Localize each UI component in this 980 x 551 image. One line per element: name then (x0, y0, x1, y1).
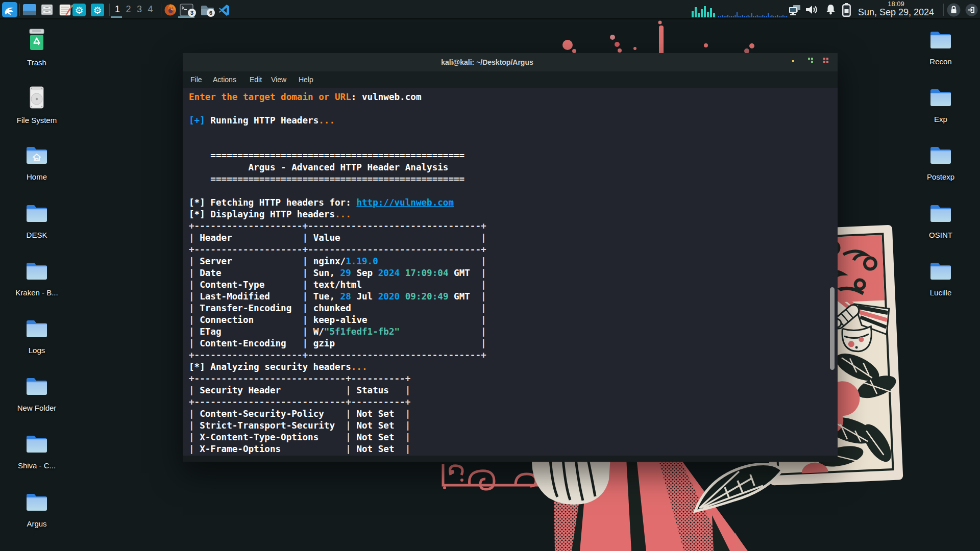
desktop-icon-label: Exp (917, 115, 964, 123)
settings-gear2-icon[interactable]: ⚙ (91, 4, 104, 16)
panel-separator (943, 4, 944, 16)
window-buttons-applet-icon[interactable] (22, 4, 37, 16)
desktop-icon-label: Home (13, 172, 60, 181)
window-bottom-edge (183, 456, 838, 462)
desktop-icon-logs[interactable]: Logs (13, 317, 60, 355)
notes-icon[interactable] (59, 4, 72, 16)
minimize-button[interactable] (788, 53, 799, 71)
desktop-icon-label: OSINT (917, 231, 964, 239)
desktop-icon-argus[interactable]: Argus (13, 491, 60, 528)
desktop-icon-home[interactable]: Home (13, 144, 60, 181)
terminal-window: kali@kali: ~/Desktop/Argus FileActionsEd… (183, 53, 838, 462)
desktop-icon-label: Trash (13, 58, 60, 67)
desktop-icon-lucille[interactable]: Lucille (917, 260, 964, 297)
desktop-icon-file-system[interactable]: File System (13, 86, 60, 124)
maximize-button[interactable] (805, 53, 816, 71)
notifications-bell-icon[interactable] (826, 4, 836, 15)
desktop-icon-label: Shiva - C... (13, 461, 60, 470)
desktop-icon-label: DESK (13, 231, 60, 239)
desktop-icon-osint[interactable]: OSINT (917, 202, 964, 239)
window-titlebar[interactable]: kali@kali: ~/Desktop/Argus (183, 53, 838, 71)
svg-text:⚙: ⚙ (93, 5, 102, 16)
audio-spectrum-widget[interactable] (691, 5, 788, 18)
panel-separator (161, 4, 161, 16)
top-panel: ⚙ ⚙ 1234 3 6 (0, 0, 980, 19)
panel-clock[interactable]: 18:09 Sun, Sep 29, 2024 (851, 1, 941, 17)
vscode-icon[interactable] (218, 4, 230, 16)
svg-text:⚙: ⚙ (75, 5, 83, 16)
desktop-icon-shiva-c-[interactable]: Shiva - C... (13, 433, 60, 470)
desktop-icon-label: Lucille (917, 288, 964, 297)
terminal-content[interactable]: Enter the target domain or URL: vulnweb.… (183, 88, 838, 456)
desktop-icon-label: New Folder (13, 404, 60, 412)
volume-icon[interactable] (805, 4, 819, 15)
menu-edit[interactable]: Edit (250, 71, 262, 88)
menu-file[interactable]: File (190, 71, 202, 88)
files-badge: 6 (207, 9, 215, 17)
desktop-icon-label: Kraken - B... (13, 288, 60, 297)
workspace-3[interactable]: 3 (134, 3, 145, 16)
desktop-icon-kraken-b-[interactable]: Kraken - B... (13, 260, 60, 297)
menu-view[interactable]: View (271, 71, 286, 88)
terminal-badge: 3 (188, 9, 196, 17)
network-icon[interactable] (788, 5, 801, 15)
workspace-4[interactable]: 4 (145, 3, 156, 16)
desktop-icon-label: Logs (13, 346, 60, 355)
desktop-icon-label: Recon (917, 57, 964, 66)
desktop-icon-new-folder[interactable]: New Folder (13, 375, 60, 412)
desktop-icon-postexp[interactable]: Postexp (917, 144, 964, 181)
firefox-icon[interactable] (164, 4, 176, 16)
terminal-output: Enter the target domain or URL: vulnweb.… (189, 88, 486, 455)
menu-help[interactable]: Help (299, 71, 313, 88)
kali-menu-icon[interactable] (2, 2, 17, 17)
workspace-2[interactable]: 2 (123, 3, 134, 16)
clock-date: Sun, Sep 29, 2024 (851, 8, 941, 17)
logout-icon[interactable] (965, 4, 978, 16)
close-button[interactable] (820, 53, 831, 71)
settings-gear-icon[interactable]: ⚙ (72, 4, 86, 16)
desktop-icon-exp[interactable]: Exp (917, 86, 964, 123)
clock-time: 18:09 (851, 1, 941, 8)
desktop-icon-label: File System (13, 116, 60, 124)
panel-separator (109, 4, 110, 16)
desktop-icon-trash[interactable]: Trash (13, 29, 60, 67)
panel-separator (19, 4, 20, 16)
window-menubar: FileActionsEditViewHelp (183, 71, 838, 88)
lock-screen-icon[interactable] (947, 3, 961, 17)
file-cabinet-icon[interactable] (41, 4, 53, 15)
terminal-scrollbar[interactable] (830, 287, 835, 370)
window-title: kali@kali: ~/Desktop/Argus (183, 53, 792, 71)
battery-icon[interactable] (842, 3, 851, 17)
desktop-icon-label: Postexp (917, 172, 964, 181)
desktop-icon-desk[interactable]: DESK (13, 202, 60, 239)
desktop-icon-label: Argus (13, 519, 60, 528)
desktop-icon-recon[interactable]: Recon (917, 29, 964, 66)
workspace-active-underline (111, 16, 122, 18)
menu-actions[interactable]: Actions (213, 71, 236, 88)
workspace-1[interactable]: 1 (112, 3, 123, 16)
